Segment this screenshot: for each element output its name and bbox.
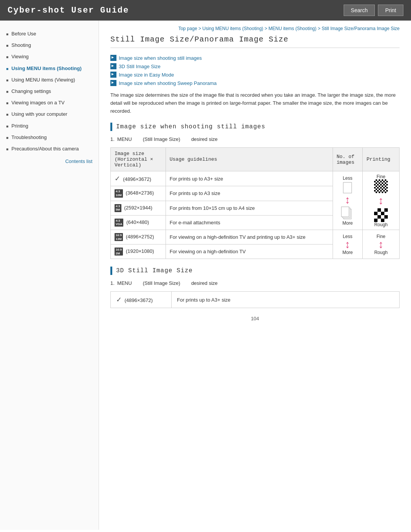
bullet-icon: ■ (6, 112, 8, 117)
section1-step: 1. MENU (Still Image Size) desired size (110, 136, 400, 142)
rough-label-2: Rough (374, 250, 387, 255)
sidebar-item-changing-settings[interactable]: ■ Changing settings (0, 86, 99, 97)
header: Cyber-shot User Guide Search Print (0, 0, 411, 21)
fine-label-top: Fine (376, 174, 385, 179)
sidebar-item-before-use[interactable]: ■ Before Use (0, 28, 99, 40)
contents-list-link[interactable]: Contents list (0, 155, 99, 168)
bullet-icon: ■ (6, 147, 8, 152)
check-icon: ✓ (116, 296, 122, 304)
print-cell-2: Fine ↕ Rough (363, 230, 400, 259)
size-value: (3648×2736) (126, 190, 154, 196)
toc-links: Image size when shooting still images 3D… (110, 55, 400, 86)
svg-rect-3 (341, 207, 349, 217)
size-value: (4896×2752) (126, 234, 154, 240)
size-badge: 4:310M (115, 189, 123, 197)
section1-heading: Image size when shooting still images (110, 123, 400, 131)
check-icon: ✓ (115, 175, 120, 182)
breadcrumb-item[interactable]: Top page (178, 26, 197, 31)
usage-cell: For prints from 10×15 cm up to A4 size (166, 201, 333, 215)
sidebar-item-printing[interactable]: ■ Printing (0, 120, 99, 132)
page-number: 104 (110, 316, 400, 321)
app-title: Cyber-shot User Guide (8, 6, 129, 15)
size-cell: 4:310M (3648×2736) (111, 186, 166, 201)
bullet-icon: ■ (6, 32, 8, 37)
main-layout: ■ Before Use ■ Shooting ■ Viewing ■ Usin… (0, 21, 411, 530)
search-button[interactable]: Search (344, 5, 375, 16)
section2-step: 1. MENU (Still Image Size) desired size (110, 280, 400, 286)
bullet-icon: ■ (6, 43, 8, 48)
page-description: The image size determines the size of th… (110, 91, 400, 115)
bullet-icon: ■ (6, 124, 8, 129)
usage-cell: For e-mail attachments (166, 215, 333, 230)
usage-cell: For viewing on a high-definition TV and … (166, 230, 333, 244)
sidebar-item-viewing[interactable]: ■ Viewing (0, 51, 99, 62)
main-content: Top page > Using MENU items (Shooting) >… (99, 21, 411, 530)
3d-size-value: (4896×3672) (124, 297, 153, 303)
col-header-usage: Usage guidelines (166, 148, 333, 171)
page-title: Still Image Size/Panorama Image Size (110, 35, 400, 48)
usage-cell: For prints up to A3 size (166, 186, 333, 201)
usage-cell: For viewing on a high-definition TV (166, 244, 333, 259)
breadcrumb-item[interactable]: Using MENU items (Shooting) (202, 26, 263, 31)
sidebar-item-using-menu-shooting[interactable]: ■ Using MENU items (Shooting) (0, 63, 99, 74)
bullet-icon: ■ (6, 101, 8, 106)
size-value: (4896×3672) (123, 176, 151, 182)
print-arrow-icon: ↕ (378, 195, 384, 206)
bullet-icon: ■ (6, 89, 8, 94)
print-button[interactable]: Print (378, 5, 403, 16)
sidebar-item-shooting[interactable]: ■ Shooting (0, 40, 99, 51)
3d-image-table: ✓ (4896×3672) For prints up to A3+ size (110, 291, 400, 308)
toc-icon-4 (110, 80, 116, 86)
down-arrow-icon-2: ↕ (345, 239, 350, 250)
size-cell: 4:35M (2592×1944) (111, 201, 166, 215)
count-arrow-cell-2: Less ↕ More (333, 230, 363, 259)
size-cell: 16:92M (1920×1080) (111, 244, 166, 259)
size-cell: ✓ (4896×3672) (111, 171, 166, 186)
print-cell: Fine ↕ Rough (363, 171, 400, 230)
size-badge: 16:92M (115, 248, 123, 256)
sidebar-item-computer[interactable]: ■ Using with your computer (0, 109, 99, 120)
toc-link-1[interactable]: Image size when shooting still images (110, 55, 400, 61)
paper-icon (342, 181, 353, 195)
svg-rect-0 (343, 182, 352, 193)
down-arrow-icon: ↕ (345, 195, 350, 205)
toc-link-4[interactable]: Image size when shooting Sweep Panorama (110, 80, 400, 86)
sidebar-item-troubleshooting[interactable]: ■ Troubleshooting (0, 132, 99, 143)
toc-icon-2 (110, 63, 116, 69)
usage-cell: For prints up to A3+ size (166, 171, 333, 186)
col-header-printing: Printing (363, 148, 400, 171)
3d-size-cell: ✓ (4896×3672) (111, 292, 172, 308)
breadcrumb: Top page > Using MENU items (Shooting) >… (110, 21, 400, 35)
toc-icon-3 (110, 72, 116, 78)
more-label-2: More (342, 250, 353, 255)
sidebar-item-using-menu-viewing[interactable]: ■ Using MENU items (Viewing) (0, 74, 99, 86)
table-row: ✓ (4896×3672) For prints up to A3+ size … (111, 171, 400, 186)
table-row: 16:913M (4896×2752) For viewing on a hig… (111, 230, 400, 244)
more-label: More (342, 220, 353, 226)
bullet-icon: ■ (6, 78, 8, 83)
sidebar-item-viewing-tv[interactable]: ■ Viewing images on a TV (0, 97, 99, 109)
rough-label-bottom: Rough (374, 222, 387, 227)
toc-link-2[interactable]: 3D Still Image Size (110, 63, 400, 69)
bullet-icon: ■ (6, 135, 8, 141)
toc-link-3[interactable]: Image size in Easy Mode (110, 72, 400, 78)
col-header-count: No. ofimages (333, 148, 363, 171)
size-badge: 16:913M (115, 233, 123, 241)
sidebar: ■ Before Use ■ Shooting ■ Viewing ■ Usin… (0, 21, 99, 530)
col-header-size: Image size(Horizontal ×Vertical) (111, 148, 166, 171)
size-badge: 4:35M (115, 204, 121, 212)
size-badge: 4:3VGA (115, 219, 123, 227)
fine-checker-icon (374, 179, 388, 193)
header-buttons: Search Print (344, 5, 403, 16)
breadcrumb-item[interactable]: Still Image Size/Panorama Image Size (322, 26, 400, 31)
table-row: ✓ (4896×3672) For prints up to A3+ size (111, 292, 400, 308)
size-value: (1920×1080) (126, 248, 154, 254)
breadcrumb-item[interactable]: MENU items (Shooting) (269, 26, 317, 31)
size-value: (640×480) (126, 219, 149, 225)
toc-icon-1 (110, 55, 116, 61)
print-arrow-icon-2: ↕ (378, 239, 384, 250)
bullet-icon: ■ (6, 66, 8, 72)
bullet-icon: ■ (6, 54, 8, 60)
sidebar-item-precautions[interactable]: ■ Precautions/About this camera (0, 143, 99, 155)
rough-checker-icon (374, 208, 388, 222)
